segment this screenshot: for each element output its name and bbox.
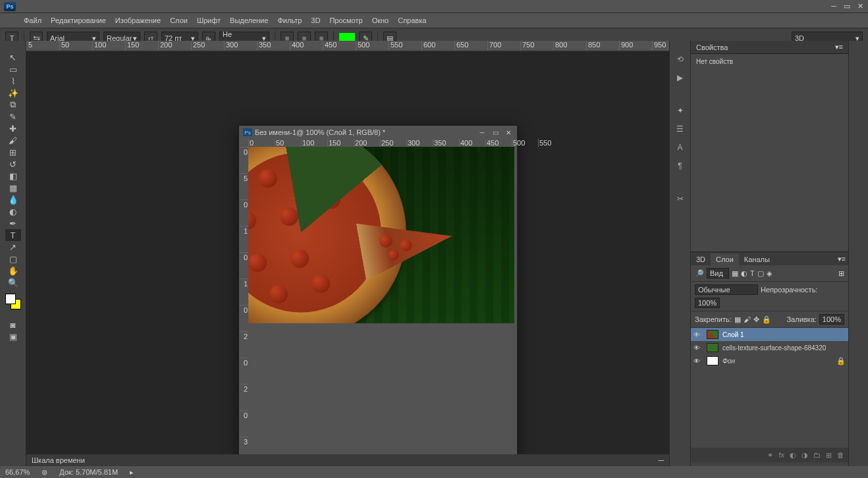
visibility-icon[interactable]: 👁 (693, 358, 703, 365)
lasso-tool[interactable]: ⌇ (5, 75, 21, 87)
visibility-icon[interactable]: 👁 (693, 344, 703, 352)
pen-tool[interactable]: ✒ (5, 217, 21, 229)
menu-3d[interactable]: 3D (311, 16, 320, 24)
layer-row[interactable]: 👁 cells-texture-surface-shape-684320 (691, 341, 848, 354)
history-panel-icon[interactable]: ⟲ (674, 53, 687, 66)
document-title-bar[interactable]: Ps Без имени-1@ 100% (Слой 1, RGB/8) * ─… (239, 126, 517, 139)
brush-tool[interactable]: 🖌 (5, 134, 21, 146)
filter-toggle[interactable]: ⊞ (838, 269, 844, 278)
filter-icon[interactable]: 🔎 (695, 269, 704, 278)
layer-name[interactable]: Фон (722, 358, 735, 365)
layers-panel: 3D Слои Каналы ▾≡ 🔎 Вид ▦ ◐ T ▢ ◈ ⊞ Обыч… (691, 252, 848, 462)
menu-image[interactable]: Изображение (115, 16, 161, 24)
eraser-tool[interactable]: ◧ (5, 170, 21, 182)
type-tool[interactable]: T (5, 229, 21, 241)
screenmode-tool[interactable]: ▣ (5, 331, 21, 342)
menu-view[interactable]: Просмотр (329, 16, 362, 24)
healing-brush-tool[interactable]: ✚ (5, 122, 21, 134)
menu-layer[interactable]: Слои (170, 16, 188, 24)
layer-fx-icon[interactable]: fx (778, 451, 784, 459)
visibility-icon[interactable]: 👁 (693, 331, 703, 338)
delete-layer-icon[interactable]: 🗑 (837, 451, 844, 459)
quickmask-tool[interactable]: ◙ (5, 319, 21, 331)
link-layers-icon[interactable]: ⚭ (767, 451, 773, 460)
menu-type[interactable]: Шрифт (197, 16, 221, 24)
layer-thumbnail[interactable] (707, 343, 719, 352)
blur-tool[interactable]: 💧 (5, 194, 21, 205)
close-icon[interactable]: ✕ (856, 2, 864, 10)
paragraph-panel-icon[interactable]: ¶ (674, 159, 687, 173)
brushpresets-panel-icon[interactable]: ☰ (674, 122, 687, 136)
eyedropper-tool[interactable]: ✎ (5, 111, 21, 122)
menu-edit[interactable]: Редактирование (51, 16, 106, 24)
tools-panel: ↖ ▭ ⌇ ✨ ⧉ ✎ ✚ 🖌 ⊞ ↺ ◧ ▦ 💧 ◐ ✒ T ↗ ▢ ✋ 🔍 … (0, 41, 26, 478)
character-panel-icon2[interactable]: A (674, 141, 687, 154)
clone-stamp-tool[interactable]: ⊞ (5, 146, 21, 158)
dodge-tool[interactable]: ◐ (5, 205, 21, 217)
opacity-label: Непрозрачность: (761, 286, 817, 294)
gradient-tool[interactable]: ▦ (5, 182, 21, 194)
brush-panel-icon[interactable]: ✦ (674, 104, 687, 117)
doc-close-icon[interactable]: ✕ (504, 128, 513, 136)
panel-menu-icon[interactable]: ▾≡ (832, 253, 848, 265)
layer-row[interactable]: 👁 Слой 1 (691, 328, 848, 341)
lock-position-icon[interactable]: ✥ (753, 315, 759, 324)
menu-file[interactable]: Файл (24, 16, 41, 24)
fill-input[interactable]: 100% (819, 314, 844, 325)
marquee-tool[interactable]: ▭ (5, 63, 21, 75)
timeline-panel[interactable]: Шкала времени ─ (26, 454, 669, 466)
tab-layers[interactable]: Слои (711, 253, 739, 265)
properties-tab[interactable]: Свойства▾≡ (691, 41, 848, 54)
move-tool[interactable]: ↖ (5, 51, 21, 63)
document-canvas[interactable] (248, 147, 514, 323)
document-window[interactable]: Ps Без имени-1@ 100% (Слой 1, RGB/8) * ─… (238, 125, 518, 478)
lock-transparency-icon[interactable]: ▦ (734, 315, 741, 324)
filter-pixel-icon[interactable]: ▦ (732, 269, 738, 278)
maximize-icon[interactable]: ▭ (843, 2, 851, 10)
filter-adjust-icon[interactable]: ◐ (741, 269, 747, 278)
filter-smart-icon[interactable]: ◈ (767, 269, 772, 278)
layer-mask-icon[interactable]: ◐ (790, 451, 796, 460)
lock-pixels-icon[interactable]: 🖌 (744, 315, 751, 323)
menu-window[interactable]: Окно (372, 16, 389, 24)
blend-mode-select[interactable]: Обычные (695, 284, 758, 295)
new-layer-icon[interactable]: ⊞ (826, 451, 832, 460)
lock-all-icon[interactable]: 🔒 (762, 315, 771, 324)
menu-select[interactable]: Выделение (230, 16, 268, 24)
history-brush-tool[interactable]: ↺ (5, 158, 21, 170)
foreground-color[interactable] (5, 294, 16, 304)
layer-thumbnail[interactable] (707, 356, 719, 365)
layer-thumbnail[interactable] (707, 330, 719, 339)
tab-channels[interactable]: Каналы (739, 253, 775, 265)
menu-filter[interactable]: Фильтр (277, 16, 302, 24)
timeline-collapse-icon[interactable]: ─ (658, 456, 664, 465)
zoom-tool[interactable]: 🔍 (5, 277, 21, 288)
crop-tool[interactable]: ⧉ (5, 99, 21, 111)
status-zoom[interactable]: 66,67% (5, 468, 30, 476)
layers-lock-row: Закрепить: ▦ 🖌 ✥ 🔒 Заливка: 100% (691, 311, 848, 328)
new-group-icon[interactable]: 🗀 (813, 451, 821, 459)
doc-maximize-icon[interactable]: ▭ (491, 128, 500, 136)
layer-name[interactable]: cells-texture-surface-shape-684320 (722, 344, 826, 352)
color-swatches[interactable] (3, 294, 23, 313)
opacity-input[interactable]: 100% (695, 298, 720, 308)
shape-tool[interactable]: ▢ (5, 253, 21, 265)
hand-tool[interactable]: ✋ (5, 265, 21, 277)
doc-minimize-icon[interactable]: ─ (477, 128, 487, 136)
layer-row[interactable]: 👁 Фон 🔒 (691, 354, 848, 367)
title-bar: Ps ─ ▭ ✕ (0, 0, 868, 13)
filter-shape-icon[interactable]: ▢ (757, 269, 764, 278)
new-adjustment-icon[interactable]: ◑ (801, 451, 808, 460)
actions-panel-icon[interactable]: ▶ (674, 71, 687, 84)
layer-name[interactable]: Слой 1 (722, 331, 744, 338)
minimize-icon[interactable]: ─ (830, 2, 838, 10)
magic-wand-tool[interactable]: ✨ (5, 87, 21, 99)
filter-type-select[interactable]: Вид (707, 268, 729, 279)
layers-footer: ⚭ fx ◐ ◑ 🗀 ⊞ 🗑 (691, 448, 848, 462)
tab-3d[interactable]: 3D (691, 253, 711, 265)
filter-type-icon[interactable]: T (750, 269, 755, 277)
status-arrow-icon[interactable]: ▸ (130, 468, 134, 477)
path-select-tool[interactable]: ↗ (5, 241, 21, 253)
tools-preset-icon[interactable]: ✂ (674, 192, 687, 205)
menu-help[interactable]: Справка (398, 16, 426, 24)
